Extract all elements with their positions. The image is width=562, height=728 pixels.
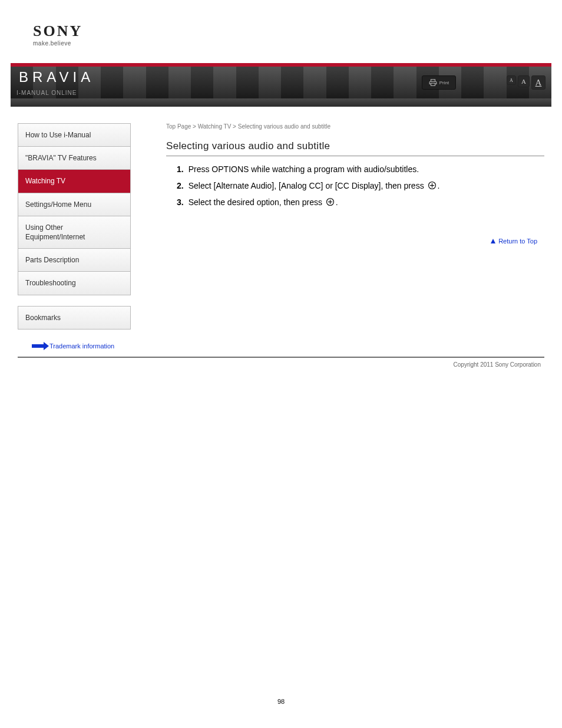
return-to-top-label: Return to Top (498, 238, 537, 245)
sidebar-item-6[interactable]: Troubleshooting (18, 272, 130, 294)
copyright: Copyright 2011 Sony Corporation (0, 358, 562, 368)
enter-plus-icon (326, 197, 335, 206)
font-medium-button[interactable]: A (518, 75, 530, 87)
font-large-button[interactable]: A (531, 75, 546, 90)
logo-sony: SONY (33, 24, 562, 39)
svg-rect-1 (431, 83, 435, 85)
enter-plus-icon (428, 181, 437, 190)
bravia-logo: BRAVIA (19, 69, 94, 85)
sub-menu: Bookmarks (18, 306, 131, 330)
main-menu: How to Use i-Manual"BRAVIA" TV FeaturesW… (18, 123, 131, 295)
banner: BRAVIA i-Manual online Print A A A (11, 63, 551, 107)
arrow-right-icon (32, 344, 45, 348)
sidebar-item-5[interactable]: Parts Description (18, 249, 130, 272)
imanual-caption: i-Manual online (16, 90, 77, 96)
triangle-up-icon (490, 238, 496, 244)
svg-rect-0 (431, 80, 435, 82)
main-content: Top Page > Watching TV > Selecting vario… (131, 123, 544, 350)
print-button[interactable]: Print (422, 75, 456, 90)
trademark-label: Trademark information (49, 342, 114, 350)
page-title: Selecting various audio and subtitle (166, 140, 544, 154)
page-number: 98 (0, 698, 562, 705)
trademark-link[interactable]: Trademark information (18, 340, 131, 350)
sidebar-item-3[interactable]: Settings/Home Menu (18, 193, 130, 216)
sidebar-item-2[interactable]: Watching TV (18, 170, 130, 193)
sidebar-item-0[interactable]: How to Use i-Manual (18, 124, 130, 147)
font-size-switch: A A A (507, 75, 546, 90)
print-label: Print (439, 80, 449, 85)
instruction-list: 1.Press OPTIONS while watching a program… (166, 162, 544, 210)
sidebar-item-1[interactable]: "BRAVIA" TV Features (18, 147, 130, 170)
sidebar-item-4[interactable]: Using Other Equipment/Internet (18, 216, 130, 249)
font-small-button[interactable]: A (507, 75, 516, 85)
step-1: 1.Press OPTIONS while watching a program… (177, 162, 544, 177)
step-3: 3.Select the desired option, then press … (177, 195, 544, 210)
return-to-top-link[interactable]: Return to Top (166, 238, 544, 245)
logo-tagline: make.believe (33, 40, 562, 47)
brand-logo: SONY make.believe (0, 24, 562, 47)
step-2: 2.Select [Alternate Audio], [Analog CC] … (177, 179, 544, 194)
sidebar-sub-item-0[interactable]: Bookmarks (18, 307, 130, 329)
breadcrumb: Top Page > Watching TV > Selecting vario… (166, 123, 544, 130)
sidebar: How to Use i-Manual"BRAVIA" TV FeaturesW… (18, 123, 131, 350)
svg-marker-8 (491, 239, 495, 243)
printer-icon (429, 78, 437, 87)
